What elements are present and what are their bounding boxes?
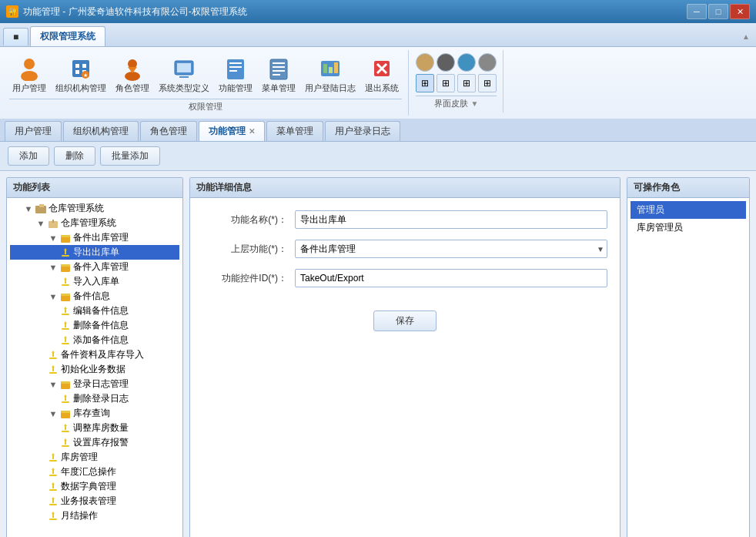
ribbon-tab-main[interactable]: ■ [3, 28, 28, 45]
ribbon-btn-func[interactable]: 功能管理 [216, 53, 256, 96]
funcname-label: 功能名称(*)： [202, 213, 295, 227]
tree-item-takeout-export[interactable]: 导出出库单 [10, 245, 179, 260]
tree-item-takein-mgmt[interactable]: ▼ 备件入库管理 [10, 260, 179, 274]
svg-rect-15 [229, 62, 242, 64]
parentfunc-select-wrapper: 备件出库管理 备件入库管理 备件信息 库存查询 库房管理 ▼ [295, 240, 607, 258]
maximize-button[interactable]: □ [708, 4, 728, 19]
skin-icon-7[interactable]: ⊞ [457, 74, 476, 92]
skin-collapse-icon[interactable]: ▼ [471, 99, 479, 108]
form-row-funcname: 功能名称(*)： [202, 210, 607, 229]
tree-label-del-log: 删除登录日志 [72, 392, 129, 405]
tree-item-log-mgmt[interactable]: ▼ 登录日志管理 [10, 377, 179, 391]
tree-item-edit-parts[interactable]: 编辑备件信息 [10, 304, 179, 318]
svg-rect-42 [62, 314, 69, 315]
tree-label-adj-qty: 调整库房数量 [72, 421, 129, 435]
ribbon-btn-systype[interactable]: 系统类型定义 [156, 53, 212, 96]
tree-label-stock-query: 库存查询 [72, 407, 110, 420]
funcname-input[interactable] [295, 210, 607, 229]
tree-item-datadict[interactable]: 数据字典管理 [10, 479, 179, 494]
tree-toggle-wms[interactable]: ▼ [35, 219, 47, 228]
tree-item-init-biz[interactable]: 初始化业务数据 [10, 362, 179, 377]
role-item-manager[interactable]: 管理员 [631, 201, 746, 219]
left-panel: 功能列表 ▼ 仓库管理系统 [6, 177, 183, 537]
save-button[interactable]: 保存 [373, 310, 437, 331]
tab-close-func-mgmt[interactable]: ✕ [249, 127, 255, 136]
tree-toggle-log[interactable]: ▼ [47, 380, 59, 389]
ribbon-btn-systype-label: 系统类型定义 [159, 82, 209, 94]
tree-item-takeout-mgmt[interactable]: ▼ 备件出库管理 [10, 230, 179, 245]
svg-rect-20 [273, 66, 285, 68]
tree-toggle-root[interactable]: ▼ [22, 204, 35, 213]
tree-toggle-takein[interactable]: ▼ [47, 263, 59, 272]
ribbon-btn-org-label: 组织机构管理 [55, 82, 106, 94]
svg-rect-12 [177, 63, 191, 72]
tree-item-parts-info[interactable]: ▼ 备件信息 [10, 289, 179, 304]
tree-label-set-warning: 设置库存报警 [72, 436, 129, 449]
skin-icon-8[interactable]: ⊞ [478, 74, 497, 92]
tree-item-annual[interactable]: 年度汇总操作 [10, 465, 179, 479]
ribbon-btn-menu[interactable]: 菜单管理 [259, 53, 299, 96]
tree-label-wms: 仓库管理系统 [59, 216, 116, 230]
ribbon-btn-user[interactable]: 用户管理 [9, 53, 49, 96]
tree-item-import-in[interactable]: 导入入库单 [10, 274, 179, 289]
skin-icon-5[interactable]: ⊞ [416, 74, 434, 92]
tree-item-root[interactable]: ▼ 仓库管理系统 [10, 201, 179, 216]
tree-item-monthclose[interactable]: 月结操作 [10, 508, 179, 523]
tree-item-import-parts[interactable]: 备件资料及库存导入 [10, 347, 179, 362]
skin-row2: ⊞ ⊞ ⊞ ⊞ [416, 74, 497, 92]
middle-panel-title: 功能详细信息 [196, 182, 252, 193]
tree-toggle-takeout[interactable]: ▼ [47, 233, 59, 243]
funcid-input[interactable] [295, 269, 607, 287]
batch-add-button[interactable]: 批量添加 [100, 146, 160, 166]
svg-rect-39 [62, 284, 69, 286]
ribbon-btn-exit[interactable]: 退出系统 [362, 53, 402, 96]
tree-item-del-parts[interactable]: 删除备件信息 [10, 318, 179, 333]
skin-icon-4[interactable] [478, 53, 497, 72]
ribbon-btn-userlog[interactable]: 用户登陆日志 [302, 53, 359, 96]
close-button[interactable]: ✕ [730, 4, 750, 19]
tree-container: ▼ 仓库管理系统 ▼ [7, 198, 182, 537]
skin-icon-3[interactable] [457, 53, 476, 72]
titlebar-controls: ─ □ ✕ [687, 4, 750, 19]
middle-panel-header: 功能详细信息 [190, 178, 620, 198]
form-row-parentfunc: 上层功能(*)： 备件出库管理 备件入库管理 备件信息 库存查询 库房管理 ▼ [202, 240, 607, 258]
tree-item-stock-query[interactable]: ▼ 库存查询 [10, 406, 179, 421]
tree-label-import-in: 导入入库单 [72, 275, 119, 288]
tree-item-adj-qty[interactable]: 调整库房数量 [10, 421, 179, 435]
tree-item-del-log[interactable]: 删除登录日志 [10, 391, 179, 406]
ribbon-icons-row1: 用户管理 ★ 组织机构管理 [9, 53, 402, 96]
tab-role-mgmt[interactable]: 角色管理 [140, 121, 197, 141]
ribbon-collapse-btn[interactable]: ▲ [739, 31, 753, 42]
svg-rect-56 [49, 489, 57, 491]
skin-icon-2[interactable] [437, 53, 455, 72]
delete-button[interactable]: 删除 [54, 146, 95, 166]
titlebar-left: 🔐 功能管理 - 广州爱奇迪软件科技有限公司-权限管理系统 [6, 5, 247, 18]
role-item-warehouse-mgr[interactable]: 库房管理员 [631, 219, 746, 237]
tab-user-log[interactable]: 用户登录日志 [325, 121, 400, 141]
tree-icon-add-parts [59, 334, 72, 347]
tab-func-mgmt[interactable]: 功能管理 ✕ [199, 121, 265, 141]
tree-item-bizreport[interactable]: 业务报表管理 [10, 494, 179, 508]
tab-org-mgmt[interactable]: 组织机构管理 [63, 121, 139, 141]
tree-toggle-stock[interactable]: ▼ [47, 409, 59, 418]
minimize-button[interactable]: ─ [687, 4, 707, 19]
tree-item-wms[interactable]: ▼ 仓库管理系统 [10, 216, 179, 230]
tab-menu-mgmt[interactable]: 菜单管理 [266, 121, 323, 141]
add-button[interactable]: 添加 [8, 146, 49, 166]
ribbon-tab-permission[interactable]: 权限管理系统 [30, 26, 105, 46]
tree-item-warehouse[interactable]: 库房管理 [10, 450, 179, 465]
tree-icon-warehouse [47, 451, 59, 464]
svg-rect-18 [270, 59, 287, 79]
skin-icon-1[interactable] [416, 53, 434, 72]
tab-user-mgmt[interactable]: 用户管理 [5, 121, 62, 141]
ribbon-btn-role[interactable]: 角色管理 [112, 53, 152, 96]
tree-label-takeout-export: 导出出库单 [72, 246, 119, 259]
svg-rect-24 [323, 64, 327, 73]
parentfunc-select[interactable]: 备件出库管理 备件入库管理 备件信息 库存查询 库房管理 [295, 240, 607, 258]
tree-item-add-parts[interactable]: 添加备件信息 [10, 333, 179, 347]
tree-item-set-warning[interactable]: 设置库存报警 [10, 435, 179, 450]
tree-toggle-parts[interactable]: ▼ [47, 292, 59, 301]
skin-icon-6[interactable]: ⊞ [437, 74, 455, 92]
tree-icon-parts [59, 290, 72, 303]
ribbon-btn-org[interactable]: ★ 组织机构管理 [52, 53, 109, 96]
